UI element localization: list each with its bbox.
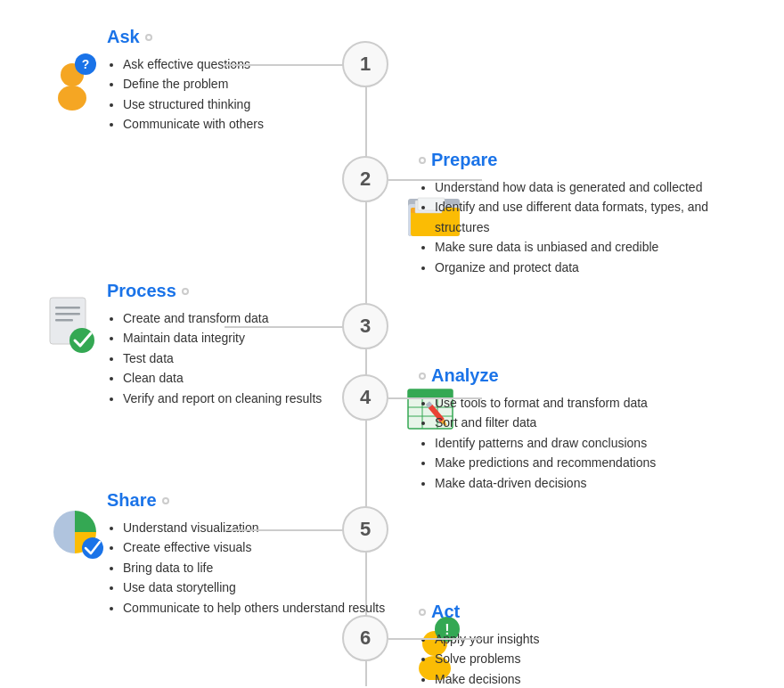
- hline-2: [388, 179, 482, 181]
- process-title: Process: [107, 281, 410, 301]
- svg-rect-11: [55, 307, 80, 309]
- hline-5: [225, 529, 343, 531]
- prepare-title: Prepare: [419, 150, 757, 170]
- analyze-bullets: Use tools to format and transform data S…: [419, 393, 757, 493]
- step-circle-5: 5: [342, 506, 388, 553]
- analyze-title: Analyze: [419, 365, 757, 386]
- process-icon: [46, 294, 98, 358]
- hline-4: [388, 397, 482, 399]
- step-circle-6: 6: [342, 615, 388, 661]
- svg-point-0: [58, 86, 86, 111]
- prepare-bullets: Understand how data is generated and col…: [419, 177, 757, 277]
- hline-3: [225, 326, 343, 328]
- act-section: Act Apply your insights Solve problems M…: [419, 602, 757, 688]
- share-icon: [46, 504, 104, 565]
- prepare-section: Prepare Understand how data is generated…: [419, 150, 757, 277]
- hline-1: [225, 64, 343, 66]
- step-circle-3: 3: [342, 303, 388, 349]
- step-circle-1: 1: [342, 41, 388, 87]
- act-title: Act: [419, 602, 757, 622]
- hline-6: [388, 638, 482, 640]
- ask-icon: ?: [46, 52, 98, 116]
- svg-rect-12: [55, 313, 80, 315]
- svg-text:?: ?: [82, 57, 90, 71]
- svg-rect-13: [55, 319, 73, 322]
- step-circle-4: 4: [342, 374, 388, 421]
- step-circle-2: 2: [342, 156, 388, 202]
- analyze-section: Analyze Use tools to format and transfor…: [419, 365, 757, 493]
- svg-point-14: [69, 328, 94, 353]
